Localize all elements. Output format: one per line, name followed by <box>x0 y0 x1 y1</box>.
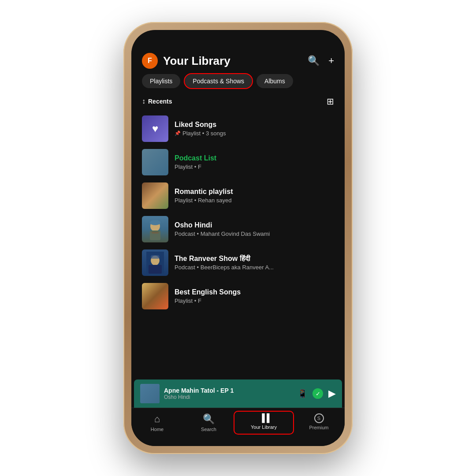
list-item[interactable]: Romantic playlist Playlist • Rehan sayed <box>138 179 338 212</box>
item-title: Best English Songs <box>175 288 334 296</box>
now-playing-thumbnail <box>140 384 160 403</box>
sort-icon: ↕ <box>142 97 145 105</box>
liked-songs-info: Liked Songs 📌 Playlist • 3 songs <box>175 121 334 137</box>
item-title: Podcast List <box>175 154 334 162</box>
home-label: Home <box>151 427 164 432</box>
premium-label: Premium <box>309 425 328 430</box>
phone-device: F Your Library 🔍 + Playlists Podcasts & … <box>123 22 353 454</box>
saved-indicator: ✓ <box>312 388 323 399</box>
list-item[interactable]: Podcast List Playlist • F <box>138 145 338 179</box>
svg-rect-7 <box>151 255 160 259</box>
item-subtitle: Playlist • F <box>175 298 334 304</box>
list-item[interactable]: Best English Songs Playlist • F <box>138 279 338 313</box>
podcast-list-thumbnail <box>142 149 168 175</box>
device-connect-icon[interactable]: 📱 <box>298 389 307 398</box>
podcast-list-info: Podcast List Playlist • F <box>175 154 334 170</box>
search-icon[interactable]: 🔍 <box>308 55 320 67</box>
item-subtitle: Playlist • F <box>175 164 334 170</box>
add-icon[interactable]: + <box>328 55 334 67</box>
recents-sort[interactable]: ↕ Recents <box>142 97 172 105</box>
now-playing-controls: 📱 ✓ ▶ <box>298 388 336 399</box>
search-label: Search <box>201 427 216 432</box>
list-item[interactable]: The Ranveer Show हिंदी Podcast • BeerBic… <box>138 246 338 279</box>
ranveer-show-info: The Ranveer Show हिंदी Podcast • BeerBic… <box>175 255 334 271</box>
nav-home[interactable]: ⌂ Home <box>131 412 183 434</box>
page-title: Your Library <box>163 54 302 68</box>
nav-premium[interactable]: S Premium <box>293 412 345 434</box>
romantic-playlist-thumbnail <box>142 182 168 209</box>
item-subtitle: Podcast • BeerBiceps aka Ranveer A... <box>175 264 334 271</box>
item-title: The Ranveer Show हिंदी <box>175 255 334 263</box>
play-button[interactable]: ▶ <box>328 388 336 399</box>
svg-rect-3 <box>152 231 159 234</box>
search-icon: 🔍 <box>203 413 215 425</box>
osho-hindi-info: Osho Hindi Podcast • Mahant Govind Das S… <box>175 221 334 237</box>
recents-label: Recents <box>148 98 172 105</box>
now-playing-bar[interactable]: Apne Mahin Tatol - EP 1 Osho Hindi 📱 ✓ ▶ <box>134 379 342 408</box>
now-playing-subtitle: Osho Hindi <box>164 394 293 400</box>
item-title: Liked Songs <box>175 121 334 129</box>
list-item[interactable]: Osho Hindi Podcast • Mahant Govind Das S… <box>138 212 338 246</box>
heart-icon: ♥ <box>152 123 158 135</box>
library-icon: ▐▐ <box>259 413 269 423</box>
header: F Your Library 🔍 + <box>131 49 345 74</box>
pin-icon: 📌 <box>175 130 181 136</box>
best-english-thumbnail <box>142 283 168 309</box>
library-list: ♥ Liked Songs 📌 Playlist • 3 songs <box>131 112 345 379</box>
osho-hindi-thumbnail <box>142 216 168 242</box>
library-label: Your Library <box>251 424 277 430</box>
bottom-navigation: ⌂ Home 🔍 Search ▐▐ Your Library S Premiu… <box>131 408 345 446</box>
tab-podcasts-shows[interactable]: Podcasts & Shows <box>185 74 252 88</box>
header-icons: 🔍 + <box>308 55 334 67</box>
item-title: Romantic playlist <box>175 188 334 196</box>
ranveer-show-thumbnail <box>142 249 168 276</box>
filter-tabs: Playlists Podcasts & Shows Albums <box>131 74 345 94</box>
home-icon: ⌂ <box>154 413 160 425</box>
avatar[interactable]: F <box>142 53 158 69</box>
list-item[interactable]: ♥ Liked Songs 📌 Playlist • 3 songs <box>138 112 338 145</box>
now-playing-info: Apne Mahin Tatol - EP 1 Osho Hindi <box>164 387 293 400</box>
screen-inner: F Your Library 🔍 + Playlists Podcasts & … <box>131 30 345 446</box>
now-playing-title: Apne Mahin Tatol - EP 1 <box>164 387 293 394</box>
phone-notch <box>205 30 271 43</box>
best-english-info: Best English Songs Playlist • F <box>175 288 334 304</box>
svg-rect-6 <box>149 265 162 274</box>
item-title: Osho Hindi <box>175 221 334 229</box>
item-subtitle: Playlist • Rehan sayed <box>175 197 334 204</box>
recents-bar: ↕ Recents ⊞ <box>131 94 345 112</box>
romantic-playlist-info: Romantic playlist Playlist • Rehan sayed <box>175 188 334 204</box>
item-subtitle: 📌 Playlist • 3 songs <box>175 130 334 137</box>
grid-view-icon[interactable]: ⊞ <box>327 96 334 107</box>
item-subtitle: Podcast • Mahant Govind Das Swami <box>175 231 334 237</box>
premium-icon: S <box>314 413 324 423</box>
tab-playlists[interactable]: Playlists <box>142 74 180 88</box>
phone-screen: F Your Library 🔍 + Playlists Podcasts & … <box>131 30 345 446</box>
nav-library[interactable]: ▐▐ Your Library <box>234 412 293 434</box>
svg-point-2 <box>150 220 160 225</box>
tab-albums[interactable]: Albums <box>257 74 293 88</box>
liked-songs-thumbnail: ♥ <box>142 115 168 142</box>
nav-search[interactable]: 🔍 Search <box>183 412 234 434</box>
